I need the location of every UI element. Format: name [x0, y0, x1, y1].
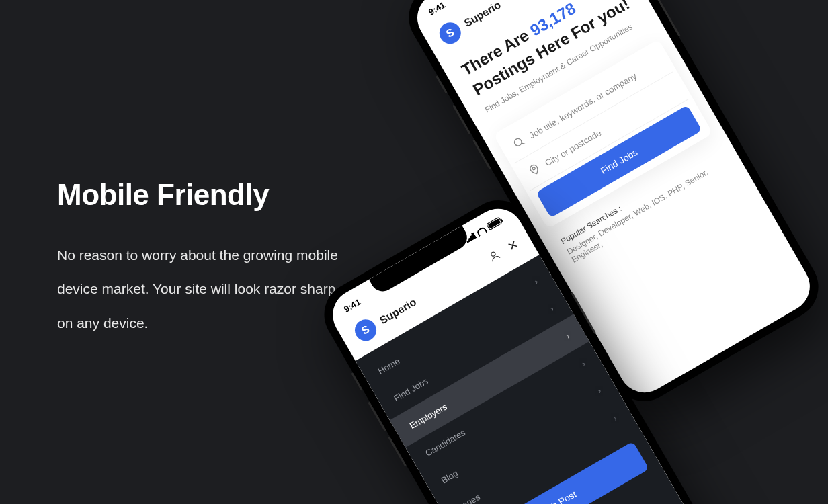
- chevron-right-icon: ›: [532, 276, 539, 286]
- marketing-body: No reason to worry about the growing mob…: [57, 239, 346, 340]
- nav-item-label: Pages: [455, 492, 481, 504]
- wifi-icon: [476, 226, 487, 237]
- brand-logo-icon[interactable]: S: [351, 315, 380, 345]
- chevron-right-icon: ›: [580, 358, 587, 368]
- nav-item-label: Blog: [440, 468, 460, 486]
- chevron-right-icon: ›: [612, 413, 618, 423]
- marketing-heading: Mobile Friendly: [57, 178, 346, 212]
- chevron-right-icon: ›: [595, 386, 602, 395]
- user-icon[interactable]: [486, 248, 503, 265]
- search-icon: [511, 134, 528, 151]
- chevron-right-icon: ›: [564, 331, 571, 341]
- nav-item-label: Home: [376, 355, 402, 376]
- brand-logo-icon[interactable]: S: [436, 18, 465, 48]
- svg-point-3: [532, 167, 536, 170]
- battery-icon: [486, 217, 503, 231]
- location-icon: [526, 162, 543, 179]
- svg-point-1: [513, 138, 523, 147]
- svg-point-4: [491, 251, 496, 257]
- close-icon[interactable]: ×: [505, 236, 521, 255]
- chevron-right-icon: ›: [548, 304, 555, 313]
